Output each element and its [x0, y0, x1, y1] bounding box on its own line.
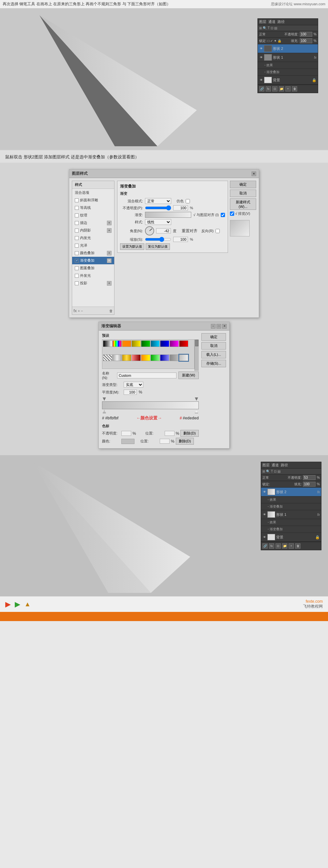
style-select[interactable]: 线性 — [145, 219, 171, 225]
fx-icon[interactable]: fx — [266, 86, 271, 92]
preset-purple[interactable] — [170, 340, 179, 347]
new-layer2-icon[interactable]: + — [289, 544, 294, 549]
delete2-icon[interactable]: 🗑 — [295, 544, 300, 549]
mask2-icon[interactable]: ⊡ — [275, 544, 281, 549]
layer2-item-shape2[interactable]: 👁 形状 2 fx — [261, 488, 321, 496]
drop-shadow-checkbox[interactable] — [75, 281, 79, 285]
new-style-button[interactable]: 新建样式(W)... — [230, 198, 256, 210]
ge-color-stop-left[interactable] — [103, 410, 106, 413]
preset-red2[interactable] — [131, 354, 141, 361]
style-satin[interactable]: 光泽 — [72, 242, 114, 249]
layers2-tab-paths[interactable]: 路径 — [281, 463, 288, 468]
preset-orange2[interactable] — [141, 354, 150, 361]
style-drop-shadow[interactable]: 投影 + — [72, 279, 114, 287]
style-blend-options[interactable]: 混合选项 — [72, 189, 114, 196]
stroke-checkbox[interactable] — [75, 221, 79, 225]
eye-icon-shape2[interactable]: 👁 — [259, 46, 263, 51]
footer-minus-icon[interactable]: − — [81, 309, 83, 313]
style-stroke[interactable]: 描边 + — [72, 219, 114, 226]
eye2-shape2[interactable]: 👁 — [262, 490, 266, 494]
eye2-shape1[interactable]: 👁 — [262, 513, 266, 517]
ge-pos-input-2[interactable] — [160, 439, 170, 444]
style-contour[interactable]: 等高线 — [72, 204, 114, 212]
inner-shadow-checkbox[interactable] — [75, 228, 79, 232]
layers-tab-paths[interactable]: 路径 — [277, 19, 285, 24]
layer2-item-gradient1[interactable]: ◦ 渐变叠加 — [261, 503, 321, 510]
layers2-tab-channels[interactable]: 通道 — [272, 463, 279, 468]
preset-orange[interactable] — [122, 340, 131, 347]
inner-shadow-plus[interactable]: + — [107, 228, 112, 233]
ok-button[interactable]: 确定 — [230, 181, 256, 188]
new-layer-icon[interactable]: + — [286, 86, 291, 92]
style-pattern-overlay[interactable]: 图案叠加 — [72, 264, 114, 272]
preset-blue2[interactable] — [160, 354, 169, 361]
fx-footer-icon[interactable]: fx — [73, 308, 77, 313]
ge-minimize-icon[interactable]: − — [211, 324, 215, 329]
fill-input[interactable] — [300, 38, 312, 43]
footer-plus-icon[interactable]: + — [78, 309, 80, 313]
ge-load-btn[interactable]: 载入(L)... — [201, 351, 226, 359]
layers-tab-channels[interactable]: 通道 — [268, 19, 275, 24]
set-default-btn[interactable]: 设置为默认值 — [120, 243, 144, 250]
dialog-close-btn[interactable]: ✕ — [251, 172, 256, 176]
preset-green[interactable] — [141, 340, 150, 347]
bevel-checkbox[interactable] — [75, 198, 79, 202]
ge-scroll-thumb[interactable] — [195, 340, 199, 346]
blend-mode-select[interactable]: 正常 — [145, 198, 171, 204]
fx2-icon[interactable]: fx — [269, 544, 274, 549]
mask-icon[interactable]: ⊡ — [272, 86, 277, 92]
scale-num-input[interactable] — [173, 237, 188, 242]
color-overlay-checkbox[interactable] — [75, 251, 79, 255]
ge-save-btn[interactable]: 存储(S)... — [201, 360, 226, 367]
preset-cyan[interactable] — [151, 340, 160, 347]
layer2-item-bg[interactable]: 👁 背景 🔒 — [261, 533, 321, 542]
fill-input-2[interactable] — [303, 482, 316, 487]
eye-icon-shape1[interactable]: 👁 — [259, 55, 263, 59]
folder-icon[interactable]: 📁 — [279, 86, 284, 92]
gradient-preview-bar[interactable] — [145, 212, 191, 218]
opacity-slider[interactable] — [145, 205, 171, 211]
style-texture[interactable]: 纹理 — [72, 212, 114, 219]
style-inner-shadow[interactable]: 内阴影 + — [72, 226, 114, 234]
ge-ok-btn[interactable]: 确定 — [201, 333, 226, 341]
preset-blue[interactable] — [160, 340, 169, 347]
fake-color-checkbox[interactable] — [186, 199, 190, 203]
ge-color-stop-right[interactable] — [195, 410, 198, 413]
layer-item-gradient[interactable]: ◦ 渐变叠加 — [258, 69, 318, 76]
ge-smooth-input[interactable] — [124, 390, 137, 395]
outer-glow-checkbox[interactable] — [75, 274, 79, 278]
ge-opacity-stop-right[interactable] — [195, 397, 198, 401]
style-color-overlay[interactable]: 颜色叠加 + — [72, 249, 114, 257]
ge-delete-btn-2[interactable]: 删除(D) — [176, 438, 194, 445]
gradient-overlay-checkbox[interactable]: ✓ — [75, 259, 79, 263]
pattern-overlay-checkbox[interactable] — [75, 266, 79, 270]
delete-icon[interactable]: 🗑 — [292, 86, 297, 92]
eye2-bg[interactable]: 👁 — [262, 535, 266, 539]
layer-item-bg[interactable]: 👁 背景 🔒 — [258, 76, 318, 85]
preset-olive[interactable] — [131, 340, 141, 347]
gradient-overlay-plus[interactable]: + — [107, 258, 112, 263]
reverse-checkbox[interactable] — [215, 229, 220, 233]
angle-input[interactable] — [156, 228, 171, 234]
ge-pos-input-1[interactable] — [165, 431, 175, 436]
angle-wheel[interactable] — [145, 226, 154, 236]
reset-default-btn[interactable]: 复位为默认值 — [146, 243, 170, 250]
layer2-item-gradient2[interactable]: ◦ 渐变叠加 — [261, 526, 321, 533]
style-bevel[interactable]: 斜面和浮雕 — [72, 196, 114, 204]
align-layer-checkbox[interactable] — [221, 213, 225, 217]
preset-gold[interactable] — [122, 354, 131, 361]
contour-checkbox[interactable] — [75, 206, 79, 210]
ge-maximize-icon[interactable]: □ — [216, 324, 221, 329]
layer-item-shape2[interactable]: 👁 形状 2 — [258, 44, 318, 53]
inner-glow-checkbox[interactable] — [75, 236, 79, 240]
layer-item-shape1[interactable]: 👁 形状 1 fx — [258, 53, 318, 62]
preview-checkbox[interactable] — [230, 212, 234, 216]
ge-name-input[interactable] — [117, 373, 176, 378]
texture-checkbox[interactable] — [75, 214, 79, 217]
link2-icon[interactable]: 🔗 — [262, 544, 268, 549]
preset-green2[interactable] — [151, 354, 160, 361]
satin-checkbox[interactable] — [75, 244, 79, 248]
preset-silver[interactable] — [113, 354, 122, 361]
ge-delete-btn-1[interactable]: 删除(D) — [180, 430, 199, 437]
ge-new-btn[interactable]: 新建(W) — [178, 372, 199, 379]
